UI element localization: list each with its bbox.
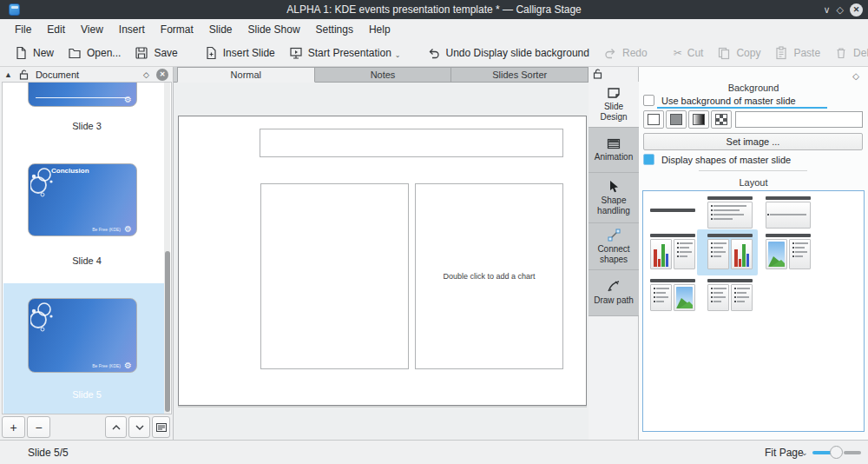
layout-item-title-image-and-bullets[interactable] [764, 234, 812, 269]
slide-5-thumbnail[interactable]: Be Free (KDE) ⚙ [28, 298, 137, 373]
layout-item-title-two-bullet-columns[interactable] [706, 279, 754, 311]
slide-thumbnail-list: ⚙ Slide 3 Conclusion Be Free (KDE) ⚙ Sli… [2, 82, 172, 414]
tab-slides-sorter[interactable]: Slides Sorter [451, 67, 589, 82]
tool-tab-connect-shapes[interactable]: Connect shapes [589, 223, 639, 270]
kde-gear-icon: ⚙ [124, 224, 132, 234]
copy-icon [717, 46, 731, 60]
menu-format[interactable]: Format [153, 21, 201, 38]
chart-placeholder[interactable]: Double click to add a chart [415, 183, 563, 369]
tool-tab-shape-handling[interactable]: Shape handling [589, 173, 639, 223]
gradient-fill-button[interactable] [688, 110, 709, 129]
zoom-mode-selector[interactable]: Fit Page [765, 447, 804, 459]
float-panel-icon[interactable]: ◇ [852, 71, 859, 81]
open-folder-icon [68, 46, 82, 60]
cut-button[interactable]: ✂ Cut [667, 43, 711, 63]
slide-4-thumbnail[interactable]: Conclusion Be Free (KDE) ⚙ [28, 163, 137, 236]
layout-section-title: Layout [639, 177, 868, 188]
chart-placeholder-text: Double click to add a chart [443, 272, 535, 281]
thumbnail-scrollbar[interactable] [165, 251, 170, 412]
slide-4-label[interactable]: Slide 4 [3, 255, 171, 266]
collapse-icon[interactable]: ▲ [4, 70, 12, 79]
menu-settings[interactable]: Settings [308, 21, 361, 38]
focus-underline [657, 107, 827, 109]
move-slide-up-button[interactable] [105, 416, 127, 438]
menu-help[interactable]: Help [361, 21, 398, 38]
add-slide-button[interactable]: + [2, 416, 25, 438]
scissors-icon: ✂ [674, 47, 682, 59]
new-button[interactable]: New [7, 43, 61, 63]
maximize-icon[interactable]: ◇ [837, 4, 844, 16]
slide-footer-text: Be Free (KDE) [92, 227, 121, 232]
slide-5-label[interactable]: Slide 5 [3, 389, 171, 400]
tab-normal[interactable]: Normal [177, 67, 315, 83]
tool-tab-draw-path[interactable]: Draw path [589, 270, 639, 316]
slide-3-thumbnail[interactable]: ⚙ [28, 82, 137, 107]
document-panel-header: ▲ Document ◇ ✕ [0, 67, 173, 82]
editor-view: Normal Notes Slides Sorter Double click … [174, 67, 589, 440]
close-panel-icon[interactable]: ✕ [156, 69, 168, 81]
layout-item-title-chart-and-bullets[interactable] [648, 234, 697, 269]
save-button[interactable]: Save [128, 43, 184, 63]
zoom-slider-handle[interactable] [830, 446, 843, 459]
zoom-slider[interactable] [812, 441, 861, 464]
undo-button[interactable]: Undo Display slide background [420, 43, 596, 63]
insert-slide-button[interactable]: Insert Slide [197, 43, 282, 63]
tool-tab-slide-design[interactable]: Slide Design [589, 82, 639, 128]
lock-open-icon[interactable] [593, 69, 602, 79]
separator [699, 170, 807, 171]
undo-icon [427, 46, 441, 60]
background-color-swatch[interactable] [735, 111, 863, 128]
menu-edit[interactable]: Edit [39, 21, 73, 38]
slide-footer-text: Be Free (KDE) [92, 363, 121, 368]
save-icon [135, 46, 148, 60]
tool-tab-animation[interactable]: Animation [589, 128, 639, 173]
set-image-button[interactable]: Set image ... [643, 133, 863, 150]
delete-button[interactable]: Delete [827, 43, 868, 63]
new-document-icon [14, 46, 28, 60]
copy-button[interactable]: Copy [710, 43, 767, 63]
background-fill-buttons [643, 110, 732, 129]
remove-slide-button[interactable]: − [27, 416, 50, 438]
menu-slide[interactable]: Slide [201, 21, 240, 38]
layout-item-title-bullets-and-chart[interactable] [706, 234, 754, 269]
paste-button[interactable]: Paste [767, 43, 827, 63]
menu-file[interactable]: File [7, 21, 39, 38]
layout-item-title-and-bullets[interactable] [706, 196, 754, 229]
open-button[interactable]: Open... [61, 43, 128, 63]
layout-item-title-only[interactable] [648, 196, 697, 212]
slide-panel-toolbar: + − [0, 414, 174, 440]
layout-item-title-bullets-and-image[interactable] [648, 279, 697, 311]
chevron-down-icon [135, 425, 144, 430]
tool-sidebar: Slide Design Animation Shape handling Co… [589, 67, 639, 440]
trash-icon [834, 46, 848, 60]
layout-item-title-and-text[interactable] [764, 196, 812, 229]
zoom-slider-empty-track [844, 451, 861, 454]
bubbles-decoration [30, 301, 60, 335]
float-panel-icon[interactable]: ◇ [143, 70, 149, 79]
content-placeholder[interactable] [260, 183, 409, 369]
title-placeholder[interactable] [260, 129, 563, 157]
display-shapes-checkbox[interactable] [643, 154, 654, 165]
chevron-down-icon: ⌄ [395, 51, 401, 60]
solid-fill-button[interactable] [643, 110, 664, 129]
tab-notes[interactable]: Notes [315, 67, 452, 82]
menu-slide-show[interactable]: Slide Show [240, 21, 308, 38]
gray-fill-button[interactable] [666, 110, 687, 129]
background-section-title: Background [639, 83, 868, 93]
use-master-background-row: Use background of master slide [643, 95, 796, 106]
slide-4-title-text: Conclusion [51, 167, 89, 175]
close-icon[interactable]: ✕ [850, 3, 863, 17]
use-master-background-checkbox[interactable] [643, 95, 654, 106]
slide-list-menu-button[interactable] [152, 416, 170, 438]
menu-view[interactable]: View [73, 21, 111, 38]
redo-button[interactable]: Redo [596, 43, 654, 63]
slide-3-label[interactable]: Slide 3 [3, 121, 171, 131]
minimize-icon[interactable]: ∨ [823, 4, 830, 16]
chevron-down-icon[interactable]: ⌄ [801, 448, 808, 457]
slide-canvas[interactable]: Double click to add a chart [178, 116, 587, 406]
move-slide-down-button[interactable] [128, 416, 150, 438]
titlebar: ALPHA 1: KDE events presentation templat… [0, 0, 868, 19]
pattern-fill-button[interactable] [711, 110, 732, 129]
start-presentation-button[interactable]: Start Presentation ⌄ [282, 43, 408, 63]
menu-insert[interactable]: Insert [111, 21, 153, 38]
